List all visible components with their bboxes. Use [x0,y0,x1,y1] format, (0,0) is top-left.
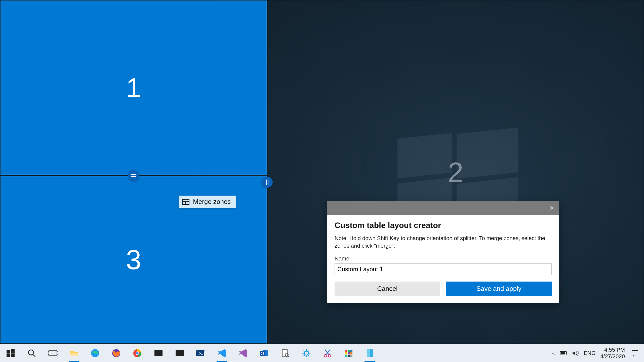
file-explorer-icon [69,348,79,358]
merge-zones-icon [182,199,189,205]
clock-time: 4:55 PM [600,347,625,353]
edge-button[interactable] [85,344,106,362]
powershell-button[interactable] [190,344,211,362]
search-button[interactable] [21,344,42,362]
merge-zones-label: Merge zones [193,198,231,206]
layout-creator-dialog: ✕ Custom table layout creator Note: Hold… [327,201,559,303]
winmerge-button[interactable] [275,344,296,362]
taskbar: ︿ ENG 4:55 PM 4/27/2020 [0,344,644,362]
battery-icon[interactable] [560,351,568,356]
svg-rect-7 [11,353,15,357]
clock[interactable]: 4:55 PM 4/27/2020 [600,347,625,359]
dialog-title: Custom table layout creator [335,221,552,230]
zone-2-number: 2 [448,156,463,188]
volume-icon[interactable] [572,350,579,356]
svg-point-30 [304,351,308,355]
task-view-button[interactable] [42,344,63,362]
svg-rect-22 [176,350,184,356]
zone-3-number: 3 [126,244,141,276]
svg-line-29 [288,356,289,357]
outlook-icon [259,348,269,358]
layout-name-input[interactable] [335,263,552,275]
svg-rect-48 [350,352,352,354]
svg-point-8 [28,350,33,355]
scissors-icon [323,348,333,358]
system-tray: ︿ ENG 4:55 PM 4/27/2020 [547,344,644,362]
document-search-icon [280,348,290,358]
save-apply-button[interactable]: Save and apply [446,282,552,296]
action-center-button[interactable] [629,344,640,362]
powertoys-button[interactable] [359,344,380,362]
notification-icon [631,349,639,357]
svg-rect-46 [345,352,347,354]
svg-rect-23 [196,350,205,356]
svg-line-35 [304,350,305,351]
svg-line-9 [33,354,35,357]
svg-rect-5 [11,349,15,353]
svg-rect-4 [7,350,10,353]
language-indicator[interactable]: ENG [584,350,596,356]
cancel-button[interactable]: Cancel [335,282,440,296]
merge-zones-button[interactable]: Merge zones [179,196,236,208]
zone-1-number: 1 [126,72,141,104]
svg-rect-43 [345,350,347,352]
start-button[interactable] [0,344,21,362]
vscode-button[interactable] [211,344,232,362]
outlook-button[interactable] [254,344,275,362]
svg-rect-57 [632,350,638,355]
services-button[interactable] [296,344,317,362]
powershell-icon [196,348,206,358]
terminal-2-button[interactable] [169,344,190,362]
dialog-close-button[interactable]: ✕ [546,203,557,214]
search-icon [27,348,37,358]
svg-rect-10 [49,351,57,356]
svg-rect-15 [70,353,78,356]
svg-rect-44 [348,350,350,352]
svg-line-37 [308,350,309,351]
svg-rect-49 [345,355,347,357]
firefox-icon [111,348,121,358]
file-explorer-button[interactable] [63,344,85,362]
chrome-icon [132,348,142,358]
tray-overflow-chevron[interactable]: ︿ [550,350,555,356]
svg-rect-55 [566,352,567,354]
snip-button[interactable] [317,344,338,362]
clock-date: 4/27/2020 [600,353,625,359]
color-grid-icon [344,348,354,358]
splitter-handle-horizontal[interactable] [128,170,139,181]
svg-rect-6 [7,353,10,357]
visual-studio-icon [238,348,248,358]
close-icon: ✕ [549,205,554,212]
svg-rect-50 [348,355,350,357]
task-view-icon [48,348,58,358]
svg-rect-51 [350,355,352,357]
desktop: Recycle Bin 1 3 2 Merge zones [0,0,644,362]
svg-line-38 [304,355,305,356]
visual-studio-button[interactable] [232,344,254,362]
name-label: Name [335,255,552,262]
powertoys-icon [365,348,375,358]
svg-line-36 [308,355,309,356]
terminal-icon [153,348,164,358]
firefox-button[interactable] [106,344,127,362]
dialog-note: Note: Hold down Shift Key to change orie… [335,235,552,249]
color-picker-button[interactable] [338,344,359,362]
terminal-icon [175,348,185,358]
svg-rect-21 [154,350,163,356]
windows-start-icon [6,348,16,358]
svg-rect-45 [350,350,352,352]
svg-rect-47 [348,352,350,354]
edge-icon [90,348,100,358]
dialog-titlebar[interactable]: ✕ [327,201,559,215]
gear-icon [301,348,311,358]
terminal-1-button[interactable] [148,344,169,362]
taskbar-pinned-apps [0,344,380,362]
svg-rect-56 [561,352,565,354]
vscode-icon [217,348,227,358]
svg-rect-53 [367,349,370,357]
svg-point-20 [136,352,139,354]
zone-1[interactable]: 1 [1,1,267,175]
chrome-button[interactable] [127,344,148,362]
